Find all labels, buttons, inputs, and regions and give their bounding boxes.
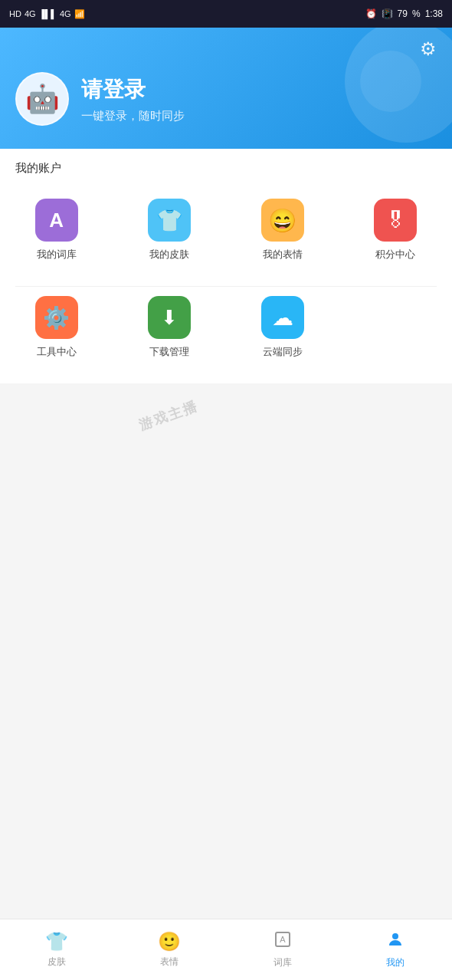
- nav-item-emoji[interactable]: 🙂 表情: [113, 919, 227, 980]
- battery-level: 79: [398, 8, 408, 19]
- nav-item-skin[interactable]: 👕 皮肤: [0, 919, 113, 980]
- network-4g: 4G: [25, 9, 36, 18]
- cloud-label: 云端同步: [263, 345, 303, 359]
- tools-icon: ⚙️: [43, 305, 70, 331]
- nav-item-vocab[interactable]: A 词库: [226, 919, 339, 980]
- download-icon-wrap: ⬇: [148, 296, 191, 339]
- nav-mine-label: 我的: [386, 956, 405, 969]
- nav-emoji-icon: 🙂: [158, 931, 181, 952]
- login-title[interactable]: 请登录: [81, 75, 185, 104]
- network-4g-2: 4G: [60, 9, 71, 18]
- vocab-icon: A: [49, 209, 64, 232]
- nav-emoji-label: 表情: [160, 955, 179, 968]
- status-bar: HD 4G ▐▌▌ 4G 📶 ⏰ 📳 79% 1:38: [0, 0, 452, 28]
- alarm-icon: ⏰: [365, 8, 377, 19]
- account-menu-row1: A 我的词库 👕 我的皮肤 😄 我的表情 🎖 积分中心: [0, 182, 452, 286]
- skin-icon-wrap: 👕: [148, 199, 191, 242]
- header-section: ⚙ 🤖 请登录 一键登录，随时同步: [0, 28, 452, 149]
- nav-item-mine[interactable]: 我的: [339, 919, 453, 980]
- download-icon: ⬇: [161, 306, 178, 330]
- empty-content-area: [0, 391, 452, 728]
- tools-label: 工具中心: [37, 345, 77, 359]
- signal-bars: ▐▌▌: [39, 9, 57, 18]
- status-right: ⏰ 📳 79% 1:38: [365, 8, 443, 19]
- header-text: 请登录 一键登录，随时同步: [81, 75, 185, 123]
- menu-item-placeholder: [339, 287, 453, 368]
- menu-item-vocab[interactable]: A 我的词库: [0, 189, 113, 271]
- robot-icon: 🤖: [25, 83, 60, 115]
- account-menu-row2: ⚙️ 工具中心 ⬇ 下载管理 ☁ 云端同步: [0, 287, 452, 383]
- wifi-icon: 📶: [74, 9, 85, 19]
- svg-text:A: A: [280, 935, 286, 944]
- points-icon-wrap: 🎖: [374, 199, 417, 242]
- my-account-section: 我的账户 A 我的词库 👕 我的皮肤 😄 我的表情 🎖: [0, 149, 452, 383]
- vocab-label: 我的词库: [37, 248, 77, 261]
- menu-item-download[interactable]: ⬇ 下载管理: [113, 287, 227, 368]
- nav-mine-icon: [386, 930, 405, 953]
- points-label: 积分中心: [375, 248, 415, 261]
- header-decoration-2: [360, 51, 421, 112]
- svg-point-2: [392, 933, 398, 939]
- nav-skin-label: 皮肤: [47, 955, 66, 968]
- menu-item-emoji[interactable]: 😄 我的表情: [226, 189, 339, 271]
- avatar[interactable]: 🤖: [15, 72, 69, 126]
- skin-label: 我的皮肤: [149, 248, 189, 261]
- bottom-nav: 👕 皮肤 🙂 表情 A 词库 我的: [0, 919, 452, 980]
- nav-vocab-label: 词库: [273, 956, 292, 969]
- nav-skin-icon: 👕: [45, 931, 68, 952]
- tools-icon-wrap: ⚙️: [35, 296, 78, 339]
- time-display: 1:38: [425, 8, 443, 19]
- nav-vocab-icon: A: [273, 930, 292, 953]
- download-label: 下载管理: [149, 345, 189, 359]
- menu-item-cloud[interactable]: ☁ 云端同步: [226, 287, 339, 368]
- section-title-account: 我的账户: [0, 149, 452, 182]
- vibrate-icon: 📳: [382, 8, 393, 19]
- emoji-label: 我的表情: [263, 248, 303, 261]
- vocab-icon-wrap: A: [35, 199, 78, 242]
- menu-item-tools[interactable]: ⚙️ 工具中心: [0, 287, 113, 368]
- status-left: HD 4G ▐▌▌ 4G 📶: [9, 9, 85, 19]
- skin-icon: 👕: [156, 208, 183, 233]
- signal-icon: HD: [9, 9, 21, 18]
- login-subtitle: 一键登录，随时同步: [81, 109, 185, 123]
- cloud-icon-wrap: ☁: [261, 296, 304, 339]
- menu-item-skin[interactable]: 👕 我的皮肤: [113, 189, 227, 271]
- menu-item-points[interactable]: 🎖 积分中心: [339, 189, 453, 271]
- cloud-icon: ☁: [272, 305, 293, 331]
- emoji-icon-wrap: 😄: [261, 199, 304, 242]
- emoji-icon: 😄: [268, 207, 296, 234]
- points-icon: 🎖: [385, 208, 406, 233]
- settings-icon[interactable]: ⚙: [420, 38, 437, 60]
